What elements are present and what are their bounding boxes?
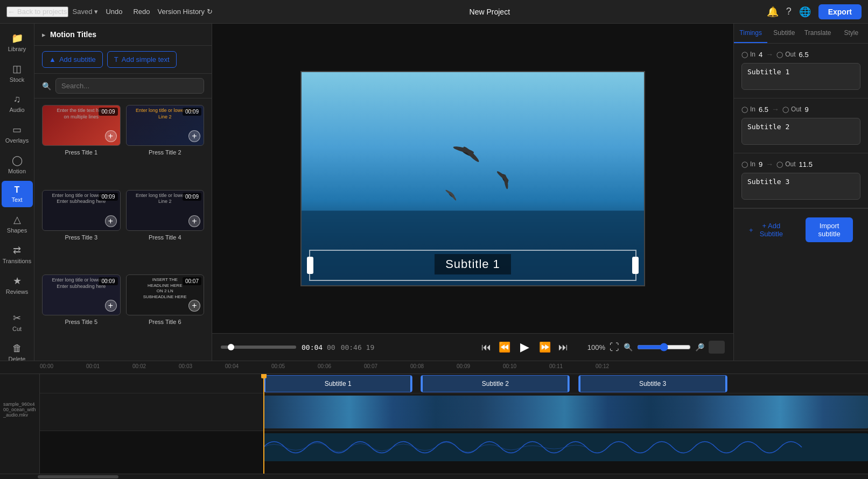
sidebar-item-cut[interactable]: ✂ Cut — [2, 308, 33, 336]
right-panel: Timings Subtitle Translate Style ◯ In 4 … — [733, 24, 868, 361]
sidebar-item-stock[interactable]: ◫ Stock — [2, 59, 33, 87]
subtitle-clip-2[interactable]: Subtitle 2 — [421, 375, 570, 392]
rewind-button[interactable]: ⏪ — [496, 339, 513, 355]
text-icon: T — [15, 185, 20, 195]
help-button[interactable]: ? — [786, 6, 792, 17]
back-button[interactable]: ← Back to projects — [6, 6, 68, 17]
panel-title-icon: ▸ — [42, 31, 46, 39]
zoom-slider[interactable] — [637, 343, 691, 351]
handle-right[interactable] — [632, 257, 639, 274]
sidebar-item-transitions[interactable]: ⇄ Transitions — [2, 240, 33, 269]
timing-arrow-2[interactable]: → — [772, 105, 779, 114]
subtitle-clip-3[interactable]: Subtitle 3 — [578, 375, 727, 392]
clip-border-right-1 — [410, 376, 412, 392]
in-label-1: ◯ In — [741, 51, 755, 58]
globe-button[interactable]: 🌐 — [799, 6, 811, 18]
template-add-6[interactable]: + — [188, 300, 200, 312]
video-controls: 00:04 00 00:46 19 ⏮ ⏪ ▶ ⏩ ⏭ 1 — [212, 333, 733, 361]
sidebar-item-library[interactable]: 📁 Library — [2, 28, 33, 57]
add-subtitle-button[interactable]: ▲ Add subtitle — [42, 51, 103, 68]
audio-track[interactable] — [40, 431, 868, 463]
subtitle-entry-1: ◯ In 4 → ◯ Out 6.5 Subtitle 1 — [734, 44, 868, 98]
template-time-5: 00:09 — [99, 277, 117, 285]
search-input[interactable] — [55, 78, 204, 94]
subtitle-track-label — [0, 374, 39, 393]
ruler-mark: 00:04 — [225, 363, 239, 369]
play-button[interactable]: ▶ — [516, 338, 534, 356]
template-thumb-4: Enter long title or lower thisLine 2 00:… — [126, 190, 205, 231]
subtitle-clip-1[interactable]: Subtitle 1 — [263, 375, 412, 392]
nav-right: 🔔 ? 🌐 Export — [767, 4, 862, 19]
timing-arrow-1[interactable]: → — [766, 50, 773, 59]
tab-style[interactable]: Style — [835, 24, 868, 43]
sidebar-item-delete[interactable]: 🗑 Delete — [2, 339, 33, 361]
import-subtitle-button[interactable]: Import subtitle — [806, 217, 853, 242]
template-add-2[interactable]: + — [188, 130, 200, 142]
back-label: Back to projects — [17, 8, 67, 16]
add-subtitle-bottom-button[interactable]: + + Add Subtitle — [741, 213, 794, 246]
template-item[interactable]: Enter long title or lower thisEnter subh… — [42, 190, 121, 270]
zoom-in-icon[interactable]: 🔎 — [695, 343, 704, 351]
timing-arrow-3[interactable]: → — [766, 160, 773, 168]
version-history-button[interactable]: Version History ↻ — [158, 8, 213, 16]
template-add-1[interactable]: + — [105, 130, 117, 142]
out-label-3: ◯ Out — [776, 160, 795, 168]
sidebar-item-motion[interactable]: ◯ Motion — [2, 150, 33, 179]
template-add-4[interactable]: + — [188, 215, 200, 227]
subtitle-track[interactable]: Subtitle 1 Subtitle 2 Subtitle 3 — [40, 374, 868, 393]
sidebar-item-reviews[interactable]: ★ Reviews — [2, 271, 33, 299]
template-thumb-6: INSERT THEHEADLINE HEREON 2 LNSUBHEADLIN… — [126, 274, 205, 315]
subtitle-text-3[interactable]: Subtitle 3 — [741, 173, 860, 200]
undo-button[interactable]: Undo — [102, 5, 125, 18]
handle-left[interactable] — [307, 257, 313, 274]
clip-border-left-2 — [421, 376, 423, 392]
fast-forward-button[interactable]: ⏩ — [537, 339, 553, 355]
view-thumbnail[interactable] — [709, 341, 725, 354]
template-item[interactable]: Enter the title text hereon multiple lin… — [42, 105, 121, 185]
video-container: Subtitle 1 — [212, 24, 733, 333]
notifications-button[interactable]: 🔔 — [767, 6, 779, 18]
template-item[interactable]: Enter long title or lower thisLine 2 00:… — [126, 105, 205, 185]
sidebar-item-overlays[interactable]: ▭ Overlays — [2, 119, 33, 148]
template-thumb-5: Enter long title or lower thisEnter subh… — [42, 274, 121, 315]
scrollbar-thumb[interactable] — [38, 475, 118, 478]
version-icon: ↻ — [207, 8, 213, 16]
video-track[interactable] — [40, 393, 868, 431]
fullscreen-button[interactable]: ⛶ — [610, 342, 619, 353]
sidebar-item-shapes[interactable]: △ Shapes — [2, 209, 33, 238]
add-simple-text-button[interactable]: T Add simple text — [107, 51, 177, 68]
back-icon: ← — [8, 8, 15, 16]
tab-timings[interactable]: Timings — [734, 24, 767, 43]
export-button[interactable]: Export — [818, 4, 862, 19]
add-text-icon: T — [114, 55, 118, 64]
timing-row-1: ◯ In 4 → ◯ Out 6.5 — [741, 50, 860, 59]
delete-icon: 🗑 — [12, 343, 22, 354]
template-add-5[interactable]: + — [105, 300, 117, 312]
subtitle-text-2[interactable]: Subtitle 2 — [741, 118, 860, 145]
subtitle-text-1[interactable]: Subtitle 1 — [741, 63, 860, 90]
video-track-label: sample_960x400_ocean_with_audio.mkv — [0, 393, 39, 426]
reviews-icon: ★ — [13, 275, 22, 287]
tab-translate[interactable]: Translate — [801, 24, 835, 43]
scrubber-thumb[interactable] — [228, 344, 234, 350]
right-panel-bottom: + + Add Subtitle Import subtitle — [734, 208, 868, 251]
overlays-icon: ▭ — [12, 124, 22, 136]
skip-back-button[interactable]: ⏮ — [479, 340, 493, 355]
tab-subtitle[interactable]: Subtitle — [767, 24, 801, 43]
template-item[interactable]: Enter long title or lower thisLine 2 00:… — [126, 190, 205, 270]
video-clip[interactable] — [263, 396, 868, 428]
template-add-3[interactable]: + — [105, 215, 117, 227]
template-time-6: 00:07 — [183, 277, 201, 285]
sidebar-item-text[interactable]: T Text — [2, 181, 33, 207]
templates-panel: ▸ Motion Titles ▲ Add subtitle T Add sim… — [34, 24, 212, 361]
redo-button[interactable]: Redo — [130, 5, 153, 18]
scrubber-bar[interactable] — [221, 346, 296, 349]
playback-controls: ⏮ ⏪ ▶ ⏩ ⏭ — [479, 338, 570, 356]
template-item[interactable]: INSERT THEHEADLINE HEREON 2 LNSUBHEADLIN… — [126, 274, 205, 354]
skip-forward-button[interactable]: ⏭ — [556, 340, 570, 355]
template-item[interactable]: Enter long title or lower thisEnter subh… — [42, 274, 121, 354]
timeline-scrollbar[interactable] — [0, 474, 868, 479]
sidebar-item-audio[interactable]: ♫ Audio — [2, 89, 33, 117]
ruler-mark: 00:10 — [503, 363, 516, 369]
zoom-out-icon[interactable]: 🔍 — [624, 343, 633, 351]
